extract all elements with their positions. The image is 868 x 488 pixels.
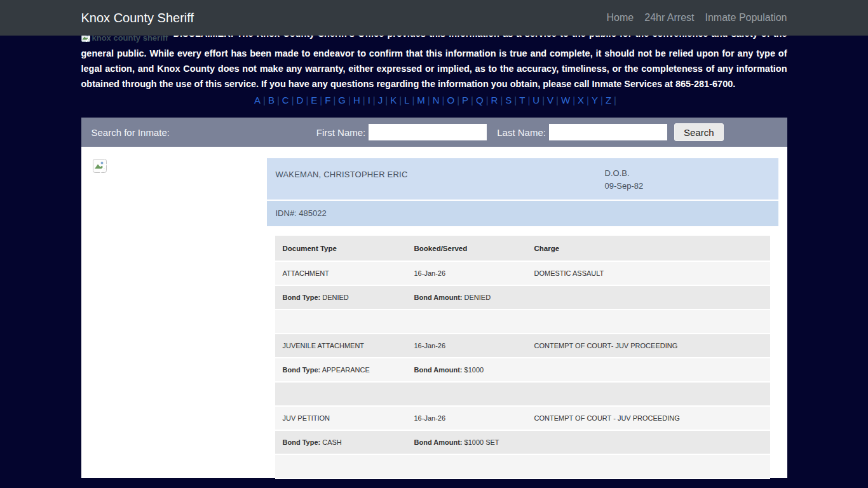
spacer-row: [275, 454, 770, 478]
idn-label: IDN#:: [276, 208, 297, 218]
spacer-row: [275, 309, 770, 334]
charges-table-body: ATTACHMENT16-Jan-26DOMESTIC ASSAULTBond …: [275, 261, 770, 478]
alphabet-letter-U[interactable]: U: [530, 95, 542, 105]
spacer-row: [275, 382, 770, 406]
charge-cell: CONTEMPT OF COURT- JUV PROCEEDING: [527, 334, 770, 358]
alphabet-letter-B[interactable]: B: [266, 95, 277, 105]
nav-link-home[interactable]: Home: [607, 12, 634, 24]
inmate-header-panel: WAKEMAN, CHRISTOPHER ERIC D.O.B. 09-Sep-…: [267, 158, 778, 200]
document-type-cell: ATTACHMENT: [275, 261, 407, 285]
inmate-name: WAKEMAN, CHRISTOPHER ERIC: [276, 170, 408, 179]
alphabet-letter-J[interactable]: J: [376, 95, 386, 105]
bond-row: Bond Type: DENIEDBond Amount: DENIED: [275, 285, 770, 309]
last-name-input[interactable]: [549, 124, 667, 140]
disclaimer-paragraph: knox county sheriffDISCLAIMER: The Knox …: [81, 26, 787, 92]
header-charge: Charge: [527, 236, 770, 261]
navbar-links: Home 24hr Arrest Inmate Population: [607, 12, 787, 24]
bond-amount-cell-label: Bond Amount:: [414, 438, 463, 446]
header-document-type: Document Type: [275, 236, 407, 261]
alphabet-separator: |: [614, 95, 616, 105]
spacer-cell: [275, 454, 770, 478]
bond-empty-cell: [527, 285, 770, 309]
first-name-label: First Name:: [316, 127, 366, 138]
alphabet-letter-W[interactable]: W: [559, 95, 573, 105]
bond-amount-cell-label: Bond Amount:: [414, 366, 463, 374]
inmate-detail-card: WAKEMAN, CHRISTOPHER ERIC D.O.B. 09-Sep-…: [267, 158, 778, 479]
last-name-label: Last Name:: [497, 127, 546, 138]
dob-value: 09-Sep-82: [605, 180, 644, 193]
search-button[interactable]: Search: [674, 123, 724, 141]
alphabet-separator: |: [486, 95, 489, 105]
bond-type-cell: Bond Type: DENIED: [275, 285, 407, 309]
bond-type-cell-label: Bond Type:: [283, 294, 321, 301]
bond-amount-cell: Bond Amount: $1000: [407, 358, 527, 382]
charge-row: JUVENILE ATTACHMENT16-Jan-26CONTEMPT OF …: [275, 334, 770, 358]
alphabet-letter-A[interactable]: A: [252, 95, 263, 105]
charge-row: JUV PETITION16-Jan-26CONTEMPT OF COURT -…: [275, 406, 770, 430]
first-name-input[interactable]: [369, 124, 487, 140]
alphabet-letter-K[interactable]: K: [388, 95, 399, 105]
top-navbar: Knox County Sheriff Home 24hr Arrest Inm…: [0, 0, 868, 36]
alphabet-letter-O[interactable]: O: [444, 95, 457, 105]
alphabet-letter-L[interactable]: L: [402, 95, 412, 105]
alphabet-letter-S[interactable]: S: [503, 95, 514, 105]
charge-row: ATTACHMENT16-Jan-26DOMESTIC ASSAULT: [275, 261, 770, 285]
search-form: First Name: Last Name: Search: [316, 123, 724, 141]
document-type-cell: JUVENILE ATTACHMENT: [275, 334, 407, 358]
dob-label: D.O.B.: [605, 167, 644, 180]
bond-type-cell-label: Bond Type:: [283, 438, 321, 446]
alphabet-letter-D[interactable]: D: [294, 95, 306, 105]
idn-value: 485022: [299, 208, 326, 218]
inmate-search-bar: Search for Inmate: First Name: Last Name…: [81, 118, 787, 147]
alphabet-letter-Z[interactable]: Z: [603, 95, 614, 105]
nav-link-inmate-population[interactable]: Inmate Population: [705, 12, 787, 24]
alphabet-letter-C[interactable]: C: [280, 95, 292, 105]
charges-table-header-row: Document Type Booked/Served Charge: [275, 236, 770, 261]
alphabet-letter-X[interactable]: X: [575, 95, 587, 105]
alphabet-letter-N[interactable]: N: [430, 95, 442, 105]
alphabet-letter-Q[interactable]: Q: [473, 95, 486, 105]
bond-type-cell-label: Bond Type:: [283, 366, 321, 374]
alphabet-letter-Y[interactable]: Y: [589, 95, 600, 105]
content-area: WAKEMAN, CHRISTOPHER ERIC D.O.B. 09-Sep-…: [81, 147, 787, 478]
spacer-cell: [275, 382, 770, 406]
charge-cell: DOMESTIC ASSAULT: [527, 261, 770, 285]
booked-served-cell: 16-Jan-26: [407, 334, 527, 358]
bond-type-cell: Bond Type: APPEARANCE: [275, 358, 407, 382]
alphabet-letter-F[interactable]: F: [322, 95, 333, 105]
inmate-idn-panel: IDN#: 485022: [267, 201, 778, 226]
alphabet-links: A|B|C|D|E|F|G|H|I|J|K|L|M|N|O|P|Q|R|S|T|…: [81, 95, 787, 105]
alphabet-letter-E[interactable]: E: [308, 95, 320, 105]
alphabet-letter-I[interactable]: I: [365, 95, 373, 105]
charge-cell: CONTEMPT OF COURT - JUV PROCEEDING: [527, 406, 770, 430]
disclaimer-section: knox county sheriffDISCLAIMER: The Knox …: [81, 26, 787, 105]
bond-amount-cell: Bond Amount: $1000 SET: [407, 430, 527, 454]
nav-link-24hr-arrest[interactable]: 24hr Arrest: [644, 12, 694, 24]
alphabet-letter-H[interactable]: H: [351, 95, 363, 105]
disclaimer-text: DISCLAIMER: The Knox County Sheriff's Of…: [81, 29, 787, 89]
alphabet-letter-T[interactable]: T: [517, 95, 527, 105]
bond-empty-cell: [527, 358, 770, 382]
document-type-cell: JUV PETITION: [275, 406, 407, 430]
bond-empty-cell: [527, 430, 770, 454]
spacer-cell: [275, 309, 770, 334]
navbar-brand[interactable]: Knox County Sheriff: [81, 11, 194, 25]
alphabet-letter-V[interactable]: V: [545, 95, 556, 105]
bond-type-cell: Bond Type: CASH: [275, 430, 407, 454]
bond-row: Bond Type: CASHBond Amount: $1000 SET: [275, 430, 770, 454]
alphabet-letter-G[interactable]: G: [336, 95, 348, 105]
bond-amount-cell: Bond Amount: DENIED: [407, 285, 527, 309]
alphabet-letter-M[interactable]: M: [414, 95, 428, 105]
header-booked-served: Booked/Served: [407, 236, 527, 261]
bond-row: Bond Type: APPEARANCEBond Amount: $1000: [275, 358, 770, 382]
inmate-dob-block: D.O.B. 09-Sep-82: [605, 167, 644, 193]
broken-mugshot-icon: [93, 159, 107, 175]
charges-table: Document Type Booked/Served Charge ATTAC…: [275, 236, 770, 479]
alphabet-letter-P[interactable]: P: [459, 95, 471, 105]
bond-amount-cell-label: Bond Amount:: [414, 294, 463, 301]
charges-section: Document Type Booked/Served Charge ATTAC…: [275, 236, 770, 479]
booked-served-cell: 16-Jan-26: [407, 261, 527, 285]
booked-served-cell: 16-Jan-26: [407, 406, 527, 430]
alphabet-letter-R[interactable]: R: [489, 95, 501, 105]
search-title: Search for Inmate:: [92, 127, 170, 138]
